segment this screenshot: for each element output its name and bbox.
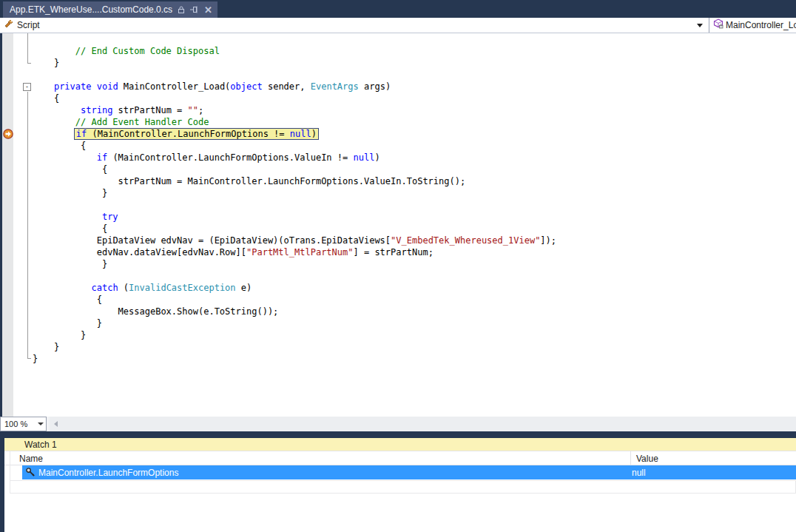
code-line: if (MainController.LaunchFormOptions != … (33, 128, 556, 140)
watch-row-empty[interactable] (10, 480, 796, 494)
code-line: strPartNum = MainController.LaunchFormOp… (33, 175, 556, 187)
code-line (33, 270, 556, 282)
code-line (33, 199, 556, 211)
editor-zoom-value: 100 % (4, 420, 27, 428)
members-dropdown[interactable]: MainController_Lo (709, 18, 796, 33)
current-statement-highlight: if (MainController.LaunchFormOptions != … (74, 128, 319, 140)
code-line: } (33, 57, 556, 69)
fold-line-top (27, 33, 28, 63)
close-icon[interactable]: ✕ (204, 5, 212, 15)
watch-row-selected[interactable]: MainController.LaunchFormOptions null (22, 465, 796, 479)
code-line: EpiDataView edvNav = (EpiDataView)(oTran… (33, 235, 556, 246)
fold-collapse-box[interactable]: - (23, 83, 31, 91)
types-dropdown-value: Script (17, 20, 40, 30)
editor-zoom-dropdown[interactable]: 100 % (0, 417, 47, 431)
pin-icon[interactable] (190, 6, 199, 13)
code-line: try (33, 211, 556, 223)
fold-tick-top (27, 63, 31, 64)
watch-row-value: null (632, 468, 646, 478)
code-line: catch (InvalidCastException e) (33, 282, 556, 294)
code-line: { (33, 92, 556, 104)
code-line (33, 69, 556, 81)
code-line: string strPartNum = ""; (33, 104, 556, 116)
watch-column-header: Name Value (4, 451, 796, 465)
chevron-down-icon (697, 24, 703, 27)
watch-panel: Watch 1 Name Value MainController.Launch… (0, 438, 796, 532)
document-tab[interactable]: App.ETK_WhereUse....CustomCode.0.cs ✕ (3, 1, 217, 18)
document-tab-title: App.ETK_WhereUse....CustomCode.0.cs (10, 4, 172, 15)
column-separator[interactable] (630, 451, 631, 465)
code-line: } (33, 341, 556, 353)
code-line: MessageBox.Show(e.ToString()); (33, 306, 556, 317)
editor-navigation-bar: Script MainController_Lo (0, 18, 796, 33)
code-line: } (33, 317, 556, 329)
code-line: } (33, 329, 556, 341)
property-key-icon (25, 467, 36, 481)
code-line: private void MainController_Load(object … (33, 81, 556, 92)
code-lines: // End Custom Code Disposal } private vo… (33, 45, 556, 365)
watch-title-bar[interactable]: Watch 1 (4, 438, 796, 451)
current-statement-arrow-icon[interactable] (3, 129, 13, 142)
code-line: // End Custom Code Disposal (33, 45, 556, 57)
method-icon (713, 18, 724, 32)
code-line: } (33, 187, 556, 199)
column-header-value[interactable]: Value (636, 454, 658, 464)
watch-title: Watch 1 (24, 440, 57, 450)
editor-bottom-bar: 100 % (0, 417, 796, 431)
document-tabbar: App.ETK_WhereUse....CustomCode.0.cs ✕ (0, 0, 796, 18)
vs-debug-window: App.ETK_WhereUse....CustomCode.0.cs ✕ Sc… (0, 0, 796, 532)
code-line: { (33, 294, 556, 306)
fold-line-method (27, 92, 28, 358)
code-line: { (33, 164, 556, 175)
zoom-dropdown-button[interactable] (36, 417, 46, 431)
lock-icon (178, 6, 185, 14)
script-icon (4, 18, 14, 32)
code-line: edvNav.dataView[edvNav.Row]["PartMtl_Mtl… (33, 246, 556, 258)
code-line: // Add Event Handler Code (33, 116, 556, 128)
horizontal-scrollbar[interactable] (50, 417, 796, 431)
members-dropdown-value: MainController_Lo (726, 20, 796, 30)
code-line: if (MainController.LaunchFormOptions.Val… (33, 152, 556, 164)
fold-tick-method (27, 358, 31, 359)
scroll-left-icon[interactable] (54, 421, 58, 427)
column-header-name[interactable]: Name (19, 454, 43, 464)
code-line: } (33, 353, 556, 365)
watch-row-name: MainController.LaunchFormOptions (38, 468, 178, 478)
code-line: } (33, 258, 556, 270)
types-dropdown[interactable]: Script (0, 18, 709, 33)
chevron-down-icon (38, 422, 44, 425)
breakpoint-margin[interactable] (2, 33, 13, 417)
code-line: { (33, 140, 556, 152)
code-line: { (33, 223, 556, 235)
panel-splitter[interactable] (0, 431, 796, 438)
code-editor[interactable]: - // End Custom Code Disposal } private … (0, 33, 796, 417)
